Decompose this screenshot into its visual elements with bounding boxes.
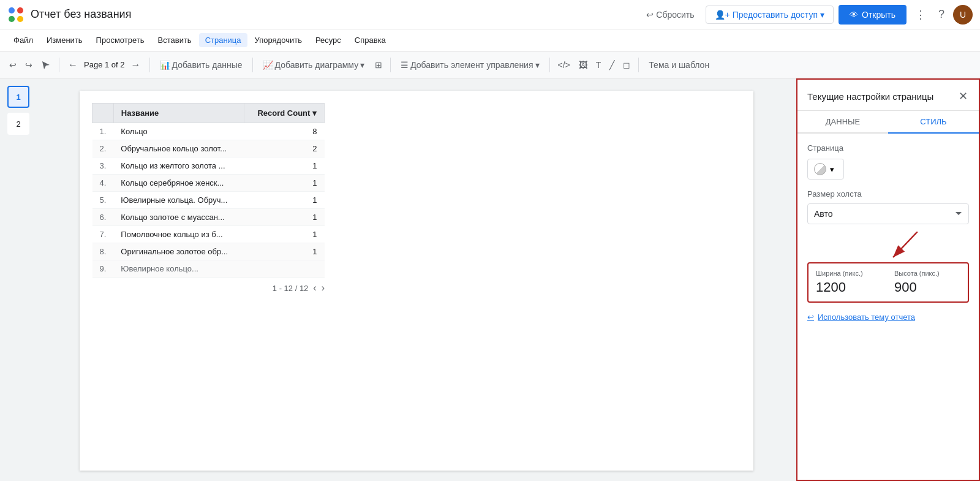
filter-icon: ☰	[401, 60, 409, 70]
menu-file[interactable]: Файл	[7, 33, 39, 47]
select-tool-button[interactable]	[38, 57, 54, 73]
table-row: 4. Кольцо серебряное женск... 1	[92, 175, 325, 192]
page-indicator: Page 1 of 2	[84, 60, 125, 69]
svg-point-0	[9, 7, 15, 13]
report-table: Название Record Count ▾ 1. Кольцо 8 2.	[92, 103, 325, 278]
table-row: 1. Кольцо 8	[92, 123, 325, 140]
right-panel: Текущие настройки страницы ✕ ДАННЫЕ СТИЛ…	[796, 78, 980, 481]
canvas-size-label: Размер холста	[807, 189, 969, 199]
canvas-size-select[interactable]: Авто	[807, 203, 969, 224]
control-dropdown-icon	[535, 60, 540, 70]
reset-button[interactable]: ↩ Сбросить	[640, 6, 700, 23]
table-row: 8. Оригинальное золотое обр... 1	[92, 243, 325, 260]
menu-edit[interactable]: Изменить	[40, 33, 89, 47]
height-label: Высота (пикс.)	[894, 270, 960, 277]
title-bar-actions: ↩ Сбросить 👤+ Предоставить доступ ▾ 👁 От…	[640, 4, 973, 25]
toolbar-separator-6	[638, 58, 639, 72]
page-section-label: Страница	[807, 143, 969, 153]
table-row: 9. Ювелирное кольцо...	[92, 260, 325, 278]
undo-button[interactable]: ↩	[6, 57, 20, 73]
fill-color-preview	[814, 163, 826, 175]
table-row: 6. Кольцо золотое с муассан... 1	[92, 209, 325, 226]
person-add-icon: 👤+	[715, 10, 730, 20]
report-page: Название Record Count ▾ 1. Кольцо 8 2.	[80, 91, 753, 471]
undo-theme-icon: ↩	[807, 312, 814, 322]
avatar[interactable]: U	[953, 5, 973, 25]
help-button[interactable]: ?	[935, 4, 948, 25]
add-data-icon: 📊	[160, 60, 170, 70]
reset-icon: ↩	[646, 10, 654, 20]
table-row: 2. Обручальное кольцо золот... 2	[92, 140, 325, 157]
add-control-button[interactable]: ☰ Добавить элемент управления	[396, 57, 544, 73]
page-thumb-2[interactable]: 2	[7, 113, 29, 135]
dimensions-box: Ширина (пикс.) 1200 Высота (пикс.) 900	[807, 262, 969, 303]
menu-bar: Файл Изменить Просмотреть Вставить Стран…	[0, 29, 980, 51]
panel-title: Текущие настройки страницы	[807, 91, 933, 102]
use-report-theme-link[interactable]: ↩ Использовать тему отчета	[807, 312, 969, 322]
theme-button[interactable]: Тема и шаблон	[644, 57, 714, 73]
table-pagination: 1 - 12 / 12 ‹ ›	[92, 278, 325, 298]
table-row: 7. Помолвочное кольцо из б... 1	[92, 226, 325, 243]
share-button[interactable]: 👤+ Предоставить доступ ▾	[706, 6, 834, 24]
svg-line-5	[893, 232, 918, 257]
prev-page-button[interactable]: ←	[64, 58, 81, 72]
menu-view[interactable]: Просмотреть	[90, 33, 151, 47]
width-label: Ширина (пикс.)	[816, 270, 882, 277]
add-chart-button[interactable]: 📈 Добавить диаграмму	[258, 57, 370, 73]
close-panel-button[interactable]: ✕	[957, 88, 969, 104]
chart-grid-button[interactable]: ⊞	[372, 57, 385, 73]
text-button[interactable]: T	[593, 57, 605, 73]
arrow-container	[807, 232, 969, 262]
prev-records-button[interactable]: ‹	[313, 282, 316, 294]
eye-icon: 👁	[850, 10, 858, 20]
next-page-button[interactable]: →	[127, 58, 145, 72]
shape-button[interactable]: ◻	[620, 57, 633, 73]
menu-arrange[interactable]: Упорядочить	[249, 33, 308, 47]
menu-insert[interactable]: Вставить	[152, 33, 198, 47]
width-field: Ширина (пикс.) 1200	[816, 270, 882, 295]
canvas-area[interactable]: Название Record Count ▾ 1. Кольцо 8 2.	[37, 78, 796, 481]
redo-button[interactable]: ↪	[22, 57, 36, 73]
add-data-button[interactable]: 📊 Добавить данные	[155, 57, 247, 73]
page-navigation: ← Page 1 of 2 →	[64, 58, 145, 72]
app-title: Отчет без названия	[31, 8, 640, 21]
width-value[interactable]: 1200	[816, 279, 882, 295]
code-button[interactable]: </>	[555, 57, 573, 73]
toolbar: ↩ ↪ ← Page 1 of 2 → 📊 Добавить данные 📈 …	[0, 51, 980, 78]
pagination-text: 1 - 12 / 12	[273, 284, 309, 293]
toolbar-separator-3	[252, 58, 253, 72]
more-vert-button[interactable]: ⋮	[911, 4, 930, 25]
tab-style[interactable]: СТИЛЬ	[888, 111, 979, 134]
panel-header: Текущие настройки страницы ✕	[797, 80, 979, 111]
title-bar: Отчет без названия ↩ Сбросить 👤+ Предост…	[0, 0, 980, 29]
height-value[interactable]: 900	[894, 279, 960, 295]
svg-point-3	[17, 16, 23, 22]
chart-icon: 📈	[263, 60, 273, 70]
toolbar-separator-1	[59, 58, 59, 72]
menu-resource[interactable]: Ресурс	[309, 33, 347, 47]
menu-help[interactable]: Справка	[349, 33, 392, 47]
page-sidebar: 1 2	[0, 78, 37, 481]
page-thumb-1[interactable]: 1	[7, 86, 29, 108]
menu-page[interactable]: Страница	[199, 33, 247, 47]
app-logo	[7, 6, 24, 23]
next-records-button[interactable]: ›	[322, 282, 325, 294]
tab-data[interactable]: ДАННЫЕ	[797, 111, 888, 134]
svg-point-2	[9, 16, 15, 22]
fill-color-button[interactable]: ▾	[807, 159, 844, 180]
toolbar-separator-4	[390, 58, 391, 72]
col-num-header	[92, 104, 114, 123]
panel-body: Страница ▾ Размер холста Авто	[797, 134, 979, 480]
svg-point-1	[17, 7, 23, 13]
chart-dropdown-icon	[360, 60, 364, 70]
open-button[interactable]: 👁 Открыть	[839, 5, 907, 25]
toolbar-separator-5	[549, 58, 550, 72]
height-field: Высота (пикс.) 900	[894, 270, 960, 295]
table-row: 3. Кольцо из желтого золота ... 1	[92, 157, 325, 175]
panel-tabs: ДАННЫЕ СТИЛЬ	[797, 111, 979, 134]
line-button[interactable]: ╱	[606, 57, 617, 73]
toolbar-separator-2	[149, 58, 150, 72]
image-button[interactable]: 🖼	[576, 57, 590, 73]
fill-dropdown-icon: ▾	[830, 165, 834, 174]
col-count-header: Record Count ▾	[244, 104, 325, 123]
